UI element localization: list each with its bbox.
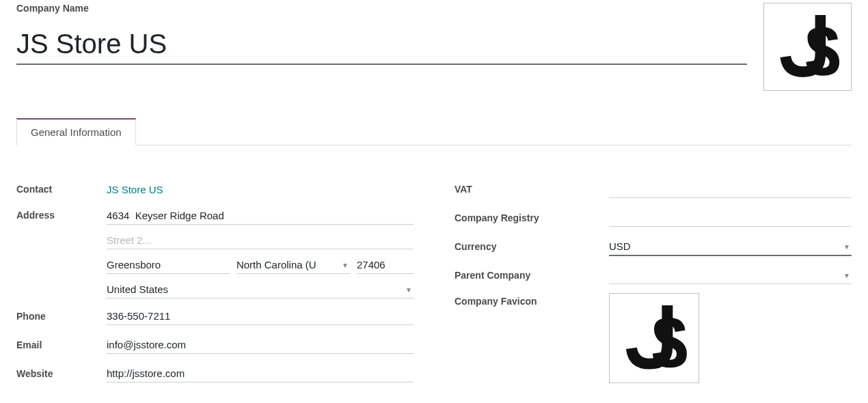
parent-company-label: Parent Company (455, 270, 609, 281)
vat-label: VAT (455, 184, 609, 195)
currency-label: Currency (455, 241, 609, 252)
company-name-label: Company Name (16, 3, 747, 14)
company-favicon-label: Company Favicon (455, 293, 609, 307)
street2-input[interactable] (107, 232, 413, 249)
currency-select[interactable] (609, 238, 852, 256)
vat-input[interactable] (609, 180, 852, 198)
address-label: Address (16, 207, 107, 221)
state-select[interactable] (236, 256, 350, 274)
phone-input[interactable] (107, 307, 413, 325)
website-input[interactable] (107, 365, 413, 383)
company-favicon-upload[interactable] (609, 293, 699, 383)
company-registry-input[interactable] (609, 209, 852, 227)
contact-link[interactable]: JS Store US (107, 184, 163, 195)
contact-label: Contact (16, 184, 107, 195)
company-registry-label: Company Registry (455, 212, 609, 223)
company-logo-upload[interactable] (763, 3, 852, 91)
tab-bar: General Information (16, 118, 852, 145)
website-label: Website (16, 368, 107, 379)
tab-general-information[interactable]: General Information (16, 118, 136, 145)
email-label: Email (16, 339, 107, 350)
phone-label: Phone (16, 311, 107, 322)
street1-input[interactable] (107, 207, 413, 225)
email-input[interactable] (107, 336, 413, 354)
city-input[interactable] (107, 256, 230, 274)
js-favicon-icon (615, 299, 693, 377)
js-logo-icon (770, 9, 845, 85)
company-name-input[interactable] (16, 23, 747, 65)
zip-input[interactable] (357, 256, 413, 274)
country-select[interactable] (107, 281, 413, 298)
parent-company-select[interactable] (609, 266, 852, 284)
